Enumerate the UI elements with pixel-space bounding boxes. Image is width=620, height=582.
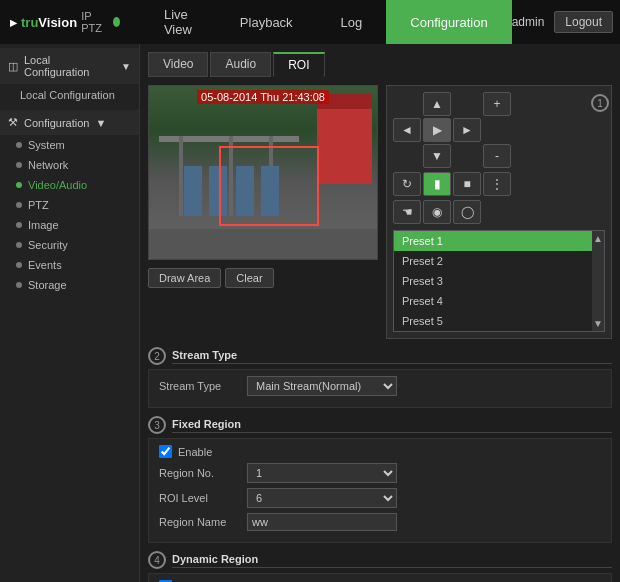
scroll-down-icon[interactable]: ▼: [593, 318, 603, 329]
logout-button[interactable]: Logout: [554, 11, 613, 33]
ptz-camera-icon[interactable]: ▮: [423, 172, 451, 196]
region-name-row: Region Name: [159, 513, 601, 531]
sidebar-config-header[interactable]: ⚒ Configuration ▼: [0, 110, 139, 135]
ptz-settings1[interactable]: ■: [453, 172, 481, 196]
ptz-refresh[interactable]: ↻: [393, 172, 421, 196]
ptz-iris[interactable]: ◯: [453, 200, 481, 224]
roi-level-select[interactable]: 612345: [247, 488, 397, 508]
tabs: Video Audio ROI: [148, 52, 612, 77]
sidebar-item-system[interactable]: System: [0, 135, 139, 155]
dot-video-audio: [16, 182, 22, 188]
nav-right: admin Logout: [512, 11, 613, 33]
logo-type: IP PTZ: [81, 10, 105, 34]
ptz-empty-3: [483, 118, 511, 142]
sidebar-item-storage[interactable]: Storage: [0, 275, 139, 295]
preset-5-label: Preset 5: [402, 315, 443, 327]
sidebar-item-network[interactable]: Network: [0, 155, 139, 175]
ptz-panel: ▲ + ◄ ▶ ► ▼ - 1 ↻ ▮: [386, 85, 612, 339]
nav-live-view[interactable]: Live View: [140, 0, 216, 44]
region-name-input[interactable]: [247, 513, 397, 531]
tab-roi[interactable]: ROI: [273, 52, 324, 77]
sidebar-local-config-header[interactable]: ◫ Local Configuration ▼: [0, 48, 139, 84]
logo-icon: ▸: [10, 15, 17, 30]
wrench-icon: ⚒: [8, 116, 18, 129]
preset-item-3[interactable]: Preset 3: [394, 271, 592, 291]
preset-item-2[interactable]: Preset 2: [394, 251, 592, 271]
sidebar-config-section: ⚒ Configuration ▼ System Network Video/A…: [0, 110, 139, 295]
ptz-empty-2: [453, 92, 481, 116]
video-audio-label: Video/Audio: [28, 179, 87, 191]
top-nav: ▸ truVision IP PTZ Live View Playback Lo…: [0, 0, 620, 44]
video-ptz-row: 05-08-2014 Thu 21:43:08 Draw Area Clear …: [148, 85, 612, 339]
fixed-region-form: Enable Region No. 123 ROI Level 612345 R…: [148, 438, 612, 543]
fixed-enable-row: Enable: [159, 445, 601, 458]
ptz-center[interactable]: ▶: [423, 118, 451, 142]
storage-label: Storage: [28, 279, 67, 291]
roi-level-label: ROI Level: [159, 492, 239, 504]
config-label: Configuration: [24, 117, 89, 129]
preset-3-label: Preset 3: [402, 275, 443, 287]
stream-type-select[interactable]: Main Stream(Normal) Sub Stream Third Str…: [247, 376, 397, 396]
dot-security: [16, 242, 22, 248]
roi-level-row: ROI Level 612345: [159, 488, 601, 508]
sidebar-item-video-audio[interactable]: Video/Audio: [0, 175, 139, 195]
dynamic-region-number: 4: [148, 551, 166, 569]
stream-type-label: Stream Type: [159, 380, 239, 392]
content-area: Video Audio ROI: [140, 44, 620, 582]
ptz-down[interactable]: ▼: [423, 144, 451, 168]
scroll-up-icon[interactable]: ▲: [593, 233, 603, 244]
region-name-label: Region Name: [159, 516, 239, 528]
video-feed: 05-08-2014 Thu 21:43:08: [149, 86, 377, 259]
preset-item-5[interactable]: Preset 5: [394, 311, 592, 331]
nav-playback[interactable]: Playback: [216, 0, 317, 44]
local-config-label: Local Configuration: [24, 54, 115, 78]
tab-video[interactable]: Video: [148, 52, 208, 77]
sidebar-item-security[interactable]: Security: [0, 235, 139, 255]
fixed-region-number: 3: [148, 416, 166, 434]
preset-1-label: Preset 1: [402, 235, 443, 247]
sidebar-item-events[interactable]: Events: [0, 255, 139, 275]
video-buttons: Draw Area Clear: [148, 268, 378, 288]
ptz-settings2[interactable]: ⋮: [483, 172, 511, 196]
logo-text: truVision: [21, 15, 77, 30]
nav-log[interactable]: Log: [317, 0, 387, 44]
fixed-enable-label: Enable: [178, 446, 212, 458]
sidebar-item-ptz[interactable]: PTZ: [0, 195, 139, 215]
dynamic-region-section-header: 4 Dynamic Region: [148, 551, 612, 569]
ptz-zoom-out[interactable]: -: [483, 144, 511, 168]
dot-ptz: [16, 202, 22, 208]
dynamic-region-form: Enable ROI Level 612345: [148, 573, 612, 582]
monitor-icon: ◫: [8, 60, 18, 73]
sidebar-item-image[interactable]: Image: [0, 215, 139, 235]
preset-scrollbar[interactable]: ▲ ▼: [592, 231, 604, 331]
ptz-zoom-in[interactable]: +: [483, 92, 511, 116]
draw-area-button[interactable]: Draw Area: [148, 268, 221, 288]
ptz-focus[interactable]: ◉: [423, 200, 451, 224]
ptz-label: PTZ: [28, 199, 49, 211]
ptz-empty-1: [393, 92, 421, 116]
dot-storage: [16, 282, 22, 288]
nav-configuration[interactable]: Configuration: [386, 0, 511, 44]
image-label: Image: [28, 219, 59, 231]
roi-rectangle[interactable]: [219, 146, 319, 226]
clear-button[interactable]: Clear: [225, 268, 273, 288]
ptz-up[interactable]: ▲: [423, 92, 451, 116]
stream-type-row: Stream Type Main Stream(Normal) Sub Stre…: [159, 376, 601, 396]
system-label: System: [28, 139, 65, 151]
events-label: Events: [28, 259, 62, 271]
ptz-right[interactable]: ►: [453, 118, 481, 142]
sidebar-local-config-section: ◫ Local Configuration ▼ Local Configurat…: [0, 48, 139, 106]
preset-2-label: Preset 2: [402, 255, 443, 267]
ptz-left[interactable]: ◄: [393, 118, 421, 142]
tab-audio[interactable]: Audio: [210, 52, 271, 77]
ptz-back[interactable]: ☚: [393, 200, 421, 224]
fixed-enable-checkbox[interactable]: [159, 445, 172, 458]
stream-type-number: 2: [148, 347, 166, 365]
region-no-select[interactable]: 123: [247, 463, 397, 483]
preset-item-4[interactable]: Preset 4: [394, 291, 592, 311]
sidebar-item-local-config[interactable]: Local Configuration: [0, 84, 139, 106]
preset-item-1[interactable]: Preset 1: [394, 231, 592, 251]
ptz-number-badge: 1: [591, 94, 609, 112]
sidebar: ◫ Local Configuration ▼ Local Configurat…: [0, 44, 140, 582]
security-label: Security: [28, 239, 68, 251]
